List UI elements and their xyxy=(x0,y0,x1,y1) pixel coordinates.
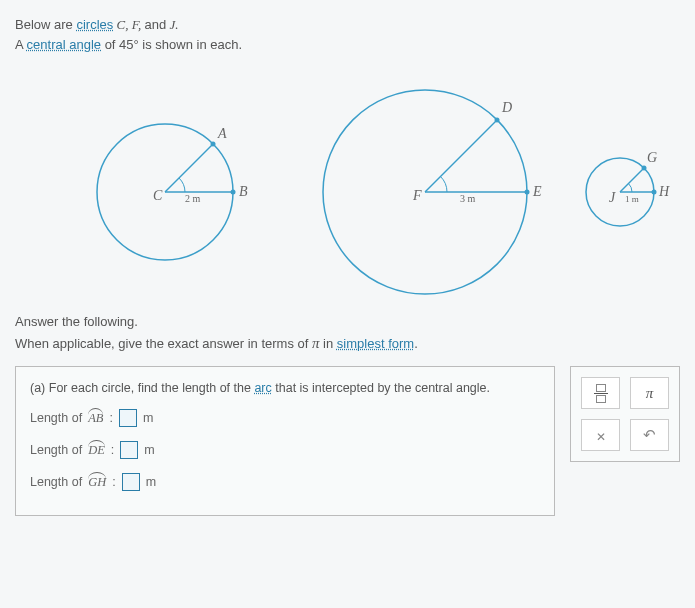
label-J: J xyxy=(609,190,616,205)
answer-intro-l2b: in xyxy=(320,336,337,351)
diagrams: C A B 2 m F D E 3 m J G H 1 m xyxy=(15,62,680,302)
part-a-prompt: (a) For each circle, find the length of … xyxy=(30,381,540,395)
arc-DE-label: DE xyxy=(88,443,105,458)
arc-GH-label: GH xyxy=(88,475,106,490)
term-circles[interactable]: circles xyxy=(76,17,113,32)
label-D: D xyxy=(501,100,512,115)
label-E: E xyxy=(532,184,542,199)
undo-icon xyxy=(643,426,656,444)
intro-text-1: Below are xyxy=(15,17,76,32)
svg-point-14 xyxy=(642,166,647,171)
intro-varJ: J. xyxy=(166,17,178,32)
svg-line-2 xyxy=(165,144,213,192)
svg-point-13 xyxy=(652,190,657,195)
label-F: F xyxy=(412,188,422,203)
label-C: C xyxy=(153,188,163,203)
question-box-a: (a) For each circle, find the length of … xyxy=(15,366,555,516)
intro-and: and xyxy=(144,17,166,32)
input-line-GH: Length of GH : m xyxy=(30,473,540,491)
input-line-DE: Length of DE : m xyxy=(30,441,540,459)
answer-intro-l2c: . xyxy=(414,336,418,351)
intro-text-2: A xyxy=(15,37,27,52)
input-line-AB: Length of AB : m xyxy=(30,409,540,427)
unit-DE: m xyxy=(144,443,154,457)
svg-line-7 xyxy=(425,120,497,192)
input-GH[interactable] xyxy=(122,473,140,491)
clear-button[interactable] xyxy=(581,419,620,451)
term-simplest-form[interactable]: simplest form xyxy=(337,336,414,351)
svg-point-9 xyxy=(495,118,500,123)
term-arc[interactable]: arc xyxy=(254,381,271,395)
fraction-icon xyxy=(596,384,606,392)
label-1m: 1 m xyxy=(625,194,639,204)
answer-intro: Answer the following. When applicable, g… xyxy=(15,312,680,354)
term-central-angle[interactable]: central angle xyxy=(27,37,101,52)
svg-point-4 xyxy=(211,142,216,147)
label-A: A xyxy=(217,126,227,141)
label-G: G xyxy=(647,150,657,165)
answer-intro-l2a: When applicable, give the exact answer i… xyxy=(15,336,312,351)
arc-AB-label: AB xyxy=(88,411,103,426)
pi-symbol: π xyxy=(312,335,320,351)
input-AB[interactable] xyxy=(119,409,137,427)
label-3m: 3 m xyxy=(460,193,476,204)
input-DE[interactable] xyxy=(120,441,138,459)
undo-button[interactable] xyxy=(630,419,669,451)
label-2m: 2 m xyxy=(185,193,201,204)
label-B: B xyxy=(239,184,248,199)
pi-button[interactable]: π xyxy=(630,377,669,409)
intro-vars: C, F, xyxy=(113,17,144,32)
x-icon xyxy=(596,427,606,444)
svg-point-3 xyxy=(231,190,236,195)
answer-intro-l1: Answer the following. xyxy=(15,312,680,332)
unit-GH: m xyxy=(146,475,156,489)
intro-text: Below are circles C, F, and J. A central… xyxy=(15,15,680,54)
toolbox: π xyxy=(570,366,680,462)
unit-AB: m xyxy=(143,411,153,425)
label-H: H xyxy=(658,184,670,199)
fraction-button[interactable] xyxy=(581,377,620,409)
svg-point-8 xyxy=(525,190,530,195)
intro-text-2b: of 45° is shown in each. xyxy=(101,37,242,52)
